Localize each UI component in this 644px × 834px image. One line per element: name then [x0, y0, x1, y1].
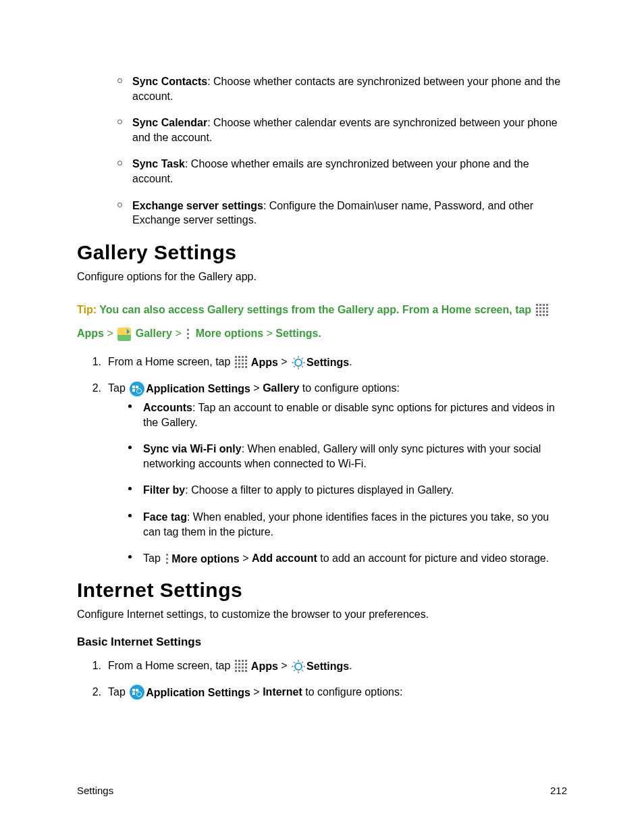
sync-options-list: Sync Contacts: Choose whether contacts a…: [77, 74, 567, 228]
gallery-intro: Configure options for the Gallery app.: [77, 271, 567, 283]
svg-line-8: [302, 358, 303, 359]
more-options-icon: [186, 328, 191, 341]
application-settings-icon: [130, 382, 144, 396]
svg-point-0: [295, 359, 302, 366]
settings-gear-icon: [292, 356, 305, 369]
heading-internet-settings: Internet Settings: [77, 579, 567, 602]
internet-intro: Configure Internet settings, to customiz…: [77, 608, 567, 621]
footer-section: Settings: [77, 785, 113, 796]
svg-line-14: [294, 662, 295, 663]
svg-point-9: [295, 663, 302, 670]
list-item: Exchange server settings: Configure the …: [117, 199, 567, 228]
list-item: Accounts: Tap an account to enable or di…: [128, 400, 567, 429]
svg-line-16: [294, 670, 295, 671]
list-item: Filter by: Choose a filter to apply to p…: [128, 483, 567, 498]
step-2: 2. Tap Application Settings > Internet t…: [93, 685, 567, 700]
svg-line-17: [302, 662, 303, 663]
heading-gallery-settings: Gallery Settings: [77, 241, 567, 264]
step-1: 1. From a Home screen, tap Apps > Settin…: [93, 355, 567, 370]
application-settings-icon: [130, 685, 144, 700]
settings-gear-icon: [292, 660, 305, 673]
apps-icon: [235, 356, 250, 369]
list-item: Sync via Wi-Fi only: When enabled, Galle…: [128, 442, 567, 471]
list-item: Tap More options > Add account to add an…: [128, 551, 567, 567]
footer-page-number: 212: [550, 785, 567, 796]
step-1: 1. From a Home screen, tap Apps > Settin…: [93, 658, 567, 674]
svg-line-6: [302, 366, 303, 367]
list-item: Sync Calendar: Choose whether calendar e…: [117, 115, 567, 145]
page-footer: Settings 212: [77, 785, 567, 796]
list-item: Sync Task: Choose whether emails are syn…: [117, 157, 567, 186]
page: Sync Contacts: Choose whether contacts a…: [0, 0, 644, 834]
svg-line-7: [294, 366, 295, 367]
tip-block: Tip: You can also access Gallery setting…: [77, 298, 567, 345]
tip-label: Tip:: [77, 304, 97, 315]
internet-steps: 1. From a Home screen, tap Apps > Settin…: [77, 658, 567, 700]
list-item: Face tag: When enabled, your phone ident…: [128, 510, 567, 539]
apps-icon: [536, 304, 551, 317]
subheading-basic-internet: Basic Internet Settings: [77, 635, 567, 649]
gallery-icon: [117, 328, 131, 341]
more-options-icon: [165, 552, 170, 566]
step-2: 2. Tap Application Settings > Gallery to…: [93, 381, 567, 567]
svg-line-15: [302, 670, 303, 671]
svg-line-5: [294, 358, 295, 359]
list-item: Sync Contacts: Choose whether contacts a…: [117, 74, 567, 103]
apps-icon: [235, 660, 250, 673]
gallery-options-list: Accounts: Tap an account to enable or di…: [108, 400, 567, 567]
gallery-steps: 1. From a Home screen, tap Apps > Settin…: [77, 355, 567, 567]
